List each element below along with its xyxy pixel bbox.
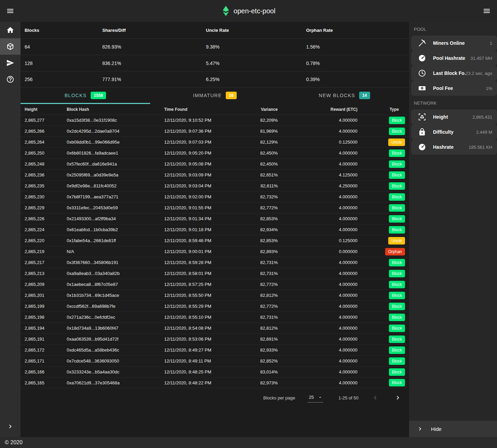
block-table-row[interactable]: 2,865,264 0xb08dd0b1...99e066d95e 12/11/… (21, 136, 409, 147)
block-table-row[interactable]: 2,865,198 0x271a236c...0efcfdf2ec 12/11/… (21, 312, 409, 322)
block-type-cell: Block (357, 270, 409, 277)
block-variance-cell: 82,772% (257, 304, 278, 309)
block-hash-cell: 0xb08dd0b1...99e066d95e (67, 140, 164, 145)
nav-payments-item[interactable] (0, 55, 21, 71)
block-table-row[interactable]: 2,865,165 0xa70621d9...37e305468a 12/11/… (21, 377, 409, 388)
nav-home-item[interactable] (0, 22, 21, 38)
pool-hashrate-value: 31.457 MH (470, 56, 492, 61)
block-reward-cell: 4.000000 (278, 260, 357, 265)
block-time-cell: 12/11/2020, 9:01:55 PM (164, 205, 257, 210)
block-type-cell: Block (357, 215, 409, 223)
block-table-row[interactable]: 2,865,219 N/A 12/11/2020, 9:00:01 PM 82,… (21, 246, 409, 257)
block-table-row[interactable]: 2,865,224 0x61eabfcd...1b0cba39b2 12/11/… (21, 224, 409, 235)
tab-immature[interactable]: IMMATURE 16 (150, 88, 280, 104)
block-reward-cell: 4.000000 (278, 216, 357, 221)
block-table-row[interactable]: 2,865,217 0x3f367660...345806b191 12/11/… (21, 257, 409, 268)
block-table-row[interactable]: 2,865,209 0x1aebeca8...8f67c05e87 12/11/… (21, 279, 409, 290)
block-table-row[interactable]: 2,865,199 0xccdf562f...69a698b7fe 12/11/… (21, 301, 409, 312)
block-hash-cell: 0x3311efec...20453d0e59 (67, 205, 164, 210)
block-type-cell: Block (357, 171, 409, 179)
left-nav-rail (0, 22, 21, 437)
block-height-cell: 2,865,191 (21, 337, 67, 342)
block-hash-cell: 0xaa063539...b95d41d72f (67, 337, 164, 342)
block-type-chip: Block (389, 314, 405, 321)
prev-page-button[interactable] (371, 394, 379, 401)
block-height-cell: 2,865,248 (21, 161, 67, 167)
block-reward-cell: 4.000000 (278, 227, 357, 232)
caret-down-icon (318, 395, 323, 400)
block-type-chip: Block (389, 270, 405, 277)
app-title: open-etc-pool (234, 7, 275, 15)
block-table-row[interactable]: 2,865,220 0x1fabe54a...2661de81ff 12/11/… (21, 235, 409, 246)
block-hash-cell: 0x7cdce548...3636093050 (67, 358, 164, 364)
block-reward-cell: 4.000000 (278, 150, 357, 156)
block-height-cell: 2,865,194 (21, 326, 67, 331)
block-type-chip: Block (389, 259, 405, 266)
block-hash-cell: 0x2dc4295d...2dae0a8704 (67, 129, 164, 134)
block-time-cell: 12/11/2020, 8:55:50 PM (164, 293, 257, 298)
next-page-button[interactable] (394, 394, 402, 401)
block-reward-cell: 4.000000 (278, 380, 357, 385)
block-table-row[interactable]: 2,865,171 0x7cdce548...3636093050 12/11/… (21, 355, 409, 366)
stats-cell-uncle-rate: 5.47% (202, 61, 302, 66)
stats-cell-orphan-rate: 1.56% (302, 44, 409, 50)
block-table-row[interactable]: 2,865,277 0xa15d3f38...0e31f1908c 12/11/… (21, 115, 409, 126)
sidebar-hide-button[interactable]: Hide (409, 421, 497, 437)
block-table-row[interactable]: 2,865,213 0xa9a8eab3...03a340a82b 12/11/… (21, 268, 409, 279)
block-variance-cell: 82,731% (257, 271, 278, 276)
block-table-row[interactable]: 2,865,194 0x18d734a9...13b6060f47 12/11/… (21, 322, 409, 333)
block-variance-cell: 82,772% (257, 205, 278, 210)
block-height-cell: 2,865,165 (21, 380, 67, 385)
block-table-row[interactable]: 2,865,226 0x21493300...af2ff9ba34 12/11/… (21, 213, 409, 224)
block-table-row[interactable]: 2,865,248 0x57fec60f...da616e941a 12/11/… (21, 158, 409, 169)
network-difficulty: Difficulty 2.449 M (411, 124, 497, 140)
block-hash-cell: 0x9df2e98e...811fc40052 (67, 183, 164, 188)
block-hash-cell: 0xa15d3f38...0e31f1908c (67, 118, 164, 123)
main-content: Blocks Shares/Diff Uncle Rate Orphan Rat… (21, 22, 409, 437)
block-table-row[interactable]: 2,865,201 0x1b31b734...69c1d45ace 12/11/… (21, 290, 409, 301)
nav-blocks-item[interactable] (0, 38, 21, 55)
block-type-chip: Block (389, 346, 405, 354)
tab-blocks[interactable]: BLOCKS 1558 (21, 88, 150, 104)
help-icon (6, 75, 14, 83)
block-table-row[interactable]: 2,865,235 0x9df2e98e...811fc40052 12/11/… (21, 180, 409, 191)
block-variance-cell: 82,853% (257, 216, 278, 221)
block-variance-cell: 82,209% (257, 118, 278, 123)
block-variance-cell: 82,731% (257, 315, 278, 320)
stats-sidebar: POOL Miners Online 1 Pool Hashrate 31.45… (409, 22, 497, 437)
block-variance-cell: 82,651% (257, 172, 278, 177)
col-header-height: Height (21, 107, 67, 112)
block-type-chip: Block (389, 368, 405, 376)
block-table-row[interactable]: 2,865,230 0x7b8f7199...aea377a271 12/11/… (21, 191, 409, 202)
gauge-icon (411, 54, 433, 62)
block-type-chip: Block (389, 128, 405, 135)
overflow-menu-icon[interactable] (480, 4, 494, 18)
block-table-row[interactable]: 2,865,236 0x25095f69...a0d39e9e5a 12/11/… (21, 169, 409, 180)
tab-new-blocks[interactable]: NEW BLOCKS 14 (279, 88, 409, 104)
menu-icon[interactable] (3, 4, 17, 18)
block-table-row[interactable]: 2,865,229 0x3311efec...20453d0e59 12/11/… (21, 202, 409, 213)
per-page-select[interactable]: 25 (308, 393, 323, 403)
block-height-cell: 2,865,264 (21, 140, 67, 145)
brand: open-etc-pool (222, 5, 275, 16)
stats-row: 64 826.93% 9.38% 1.56% (21, 38, 409, 55)
stats-cell-shares-diff: 826.93% (98, 44, 202, 50)
stats-cell-orphan-rate: 0.39% (302, 77, 409, 82)
nav-help-item[interactable] (0, 71, 21, 88)
block-reward-cell: 0.125000 (278, 238, 357, 243)
tab-blocks-label: BLOCKS (65, 93, 87, 98)
block-type-chip: Block (389, 215, 405, 223)
block-time-cell: 12/11/2020, 8:48:22 PM (164, 380, 257, 385)
per-page-label: Blocks per page (263, 395, 295, 400)
network-hashrate-value: 185.561 KH (469, 145, 492, 150)
block-table-row[interactable]: 2,865,250 0x6b801826...fa9adcaee1 12/11/… (21, 147, 409, 158)
block-table-row[interactable]: 2,865,266 0x2dc4295d...2dae0a8704 12/11/… (21, 126, 409, 136)
network-difficulty-value: 2.449 M (476, 130, 492, 135)
block-table-row[interactable]: 2,865,166 0x3233243e...b5a4aa30dc 12/11/… (21, 366, 409, 377)
rail-expand-toggle[interactable] (0, 423, 21, 430)
block-time-cell: 12/11/2020, 8:59:46 PM (164, 238, 257, 243)
block-table-row[interactable]: 2,865,191 0xaa063539...b95d41d72f 12/11/… (21, 333, 409, 344)
block-type-chip: Block (389, 303, 405, 310)
block-table-row[interactable]: 2,865,172 0xdc465d5a...a58beb436c 12/11/… (21, 344, 409, 355)
block-type-cell: Uncle (357, 237, 409, 245)
